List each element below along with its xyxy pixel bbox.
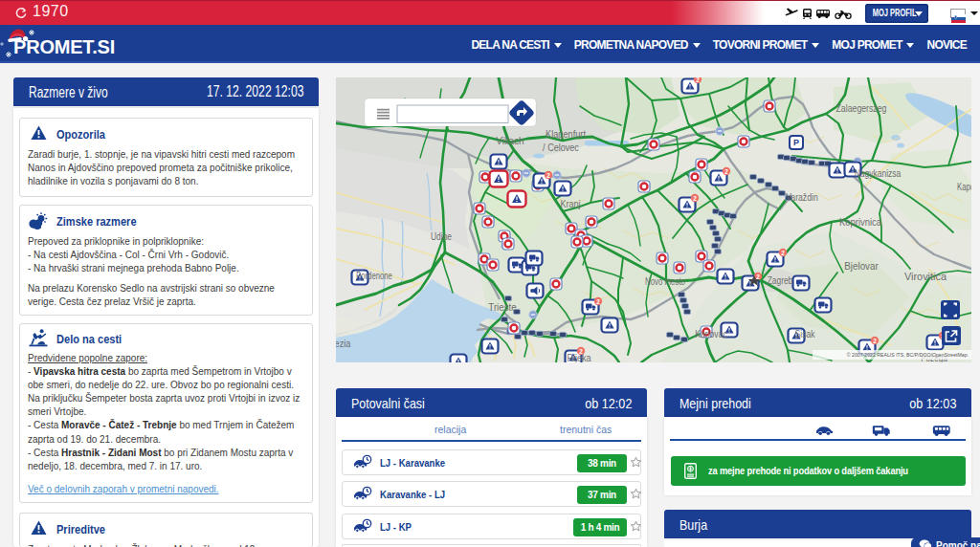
svg-text:Klagenfurt: Klagenfurt [546,129,586,140]
svg-text:ezia: ezia [336,339,351,349]
svg-text:Zalaegerszeg: Zalaegerszeg [836,102,887,114]
svg-text:Zagreb: Zagreb [768,274,793,286]
svg-text:Novo mesto: Novo mesto [645,276,685,287]
svg-text:Koprivnica: Koprivnica [839,216,881,228]
svg-text:Villach: Villach [496,136,523,146]
svg-text:Virovitica: Virovitica [904,271,947,282]
svg-text:/ Celovec: / Celovec [543,142,579,153]
svg-text:Trieste: Trieste [488,302,517,313]
svg-text:Rijeka: Rijeka [567,353,591,362]
svg-text:© 2007-2022 REALIS ITS, BC/P/D: © 2007-2022 REALIS ITS, BC/P/DOO/OpenStr… [847,352,969,358]
svg-text:Varaždin: Varaždin [786,192,818,203]
svg-text:Bjelovar: Bjelovar [844,260,879,272]
svg-text:Kapos: Kapos [957,181,971,192]
svg-text:Sisak: Sisak [795,329,816,339]
svg-text:Udine: Udine [431,230,452,242]
svg-text:Pordenone: Pordenone [356,271,392,281]
svg-text:Karlovac: Karlovac [695,329,727,339]
svg-text:Kranj: Kranj [561,199,581,209]
svg-text:Nagykanizsa: Nagykanizsa [855,167,902,179]
